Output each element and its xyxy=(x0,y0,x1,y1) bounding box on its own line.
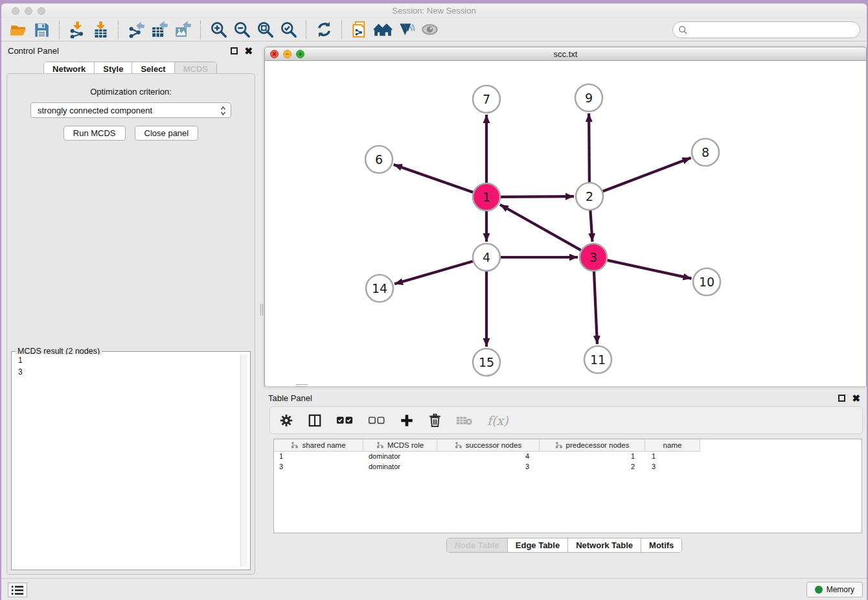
save-session-button[interactable] xyxy=(32,20,51,40)
network-close-button[interactable]: × xyxy=(270,50,279,58)
network-graph: 7968124314101511 xyxy=(266,61,866,386)
tab-network-table[interactable]: Network Table xyxy=(568,538,641,552)
run-mcds-button[interactable]: Run MCDS xyxy=(63,126,126,141)
graph-edge-4-14[interactable] xyxy=(394,261,473,284)
table-cell[interactable]: 3 xyxy=(437,462,540,472)
table-cell[interactable]: 1 xyxy=(645,452,700,462)
result-item[interactable]: 1 xyxy=(14,354,247,366)
search-input[interactable] xyxy=(691,25,860,35)
column-header-predecessor-nodes[interactable]: predecessor nodes xyxy=(540,439,645,452)
search-field[interactable] xyxy=(672,21,860,38)
graph-edge-3-11[interactable] xyxy=(594,271,597,344)
graph-node-15[interactable]: 15 xyxy=(473,349,500,376)
column-header-MCDS-role[interactable]: MCDS role xyxy=(363,439,437,452)
float-window-icon[interactable] xyxy=(231,47,238,54)
column-header-successor-nodes[interactable]: successor nodes xyxy=(437,439,540,452)
result-scrollbar[interactable] xyxy=(240,354,247,567)
toolbar-separator xyxy=(341,21,342,39)
graph-node-11[interactable]: 11 xyxy=(584,346,611,373)
horizontal-splitter[interactable] xyxy=(296,384,308,387)
split-view-button[interactable] xyxy=(308,413,322,428)
graph-node-6[interactable]: 6 xyxy=(365,146,393,173)
show-view-button[interactable] xyxy=(420,20,439,40)
criterion-dropdown[interactable]: strongly connected component xyxy=(30,102,231,118)
table-row[interactable]: 1dominator411 xyxy=(274,452,862,462)
open-network-file-button[interactable] xyxy=(350,20,369,40)
zoom-fit-button[interactable] xyxy=(255,20,275,40)
network-minimize-button[interactable]: − xyxy=(283,50,291,58)
select-all-rows-button[interactable] xyxy=(336,415,354,426)
import-network-button[interactable] xyxy=(67,20,87,40)
table-settings-button[interactable] xyxy=(279,413,293,428)
close-panel-icon[interactable]: ✖ xyxy=(244,47,253,54)
table-cell[interactable]: 3 xyxy=(645,462,700,472)
graph-edge-2-9[interactable] xyxy=(589,113,589,182)
export-image-button[interactable] xyxy=(173,20,192,40)
graph-edge-1-2[interactable] xyxy=(501,196,574,197)
main-toolbar xyxy=(1,18,867,41)
graph-edge-1-6[interactable] xyxy=(394,165,474,192)
hide-detail-button[interactable] xyxy=(396,20,416,40)
float-table-panel-icon[interactable] xyxy=(838,395,845,402)
close-table-panel-icon[interactable]: ✖ xyxy=(852,395,860,402)
deselect-all-rows-button[interactable] xyxy=(368,415,385,426)
network-maximize-button[interactable]: + xyxy=(296,50,304,58)
graph-edge-3-1[interactable] xyxy=(500,205,581,250)
graph-edge-2-8[interactable] xyxy=(603,158,691,192)
delete-columns-button[interactable] xyxy=(428,413,442,428)
mcds-result-list[interactable]: 13 xyxy=(14,354,247,567)
window-minimize-button[interactable] xyxy=(25,7,32,15)
zoom-out-button[interactable] xyxy=(232,20,251,40)
import-table-button[interactable] xyxy=(91,20,110,40)
tab-node-table[interactable]: Node Table xyxy=(447,538,508,552)
graph-node-2[interactable]: 2 xyxy=(576,183,603,210)
graph-node-14[interactable]: 14 xyxy=(366,275,393,302)
memory-button[interactable]: Memory xyxy=(806,582,863,597)
svg-text:6: 6 xyxy=(375,152,383,167)
table-cell[interactable]: 1 xyxy=(540,452,645,462)
table-cell[interactable]: 2 xyxy=(540,462,645,472)
graph-node-8[interactable]: 8 xyxy=(692,139,719,166)
export-table-button[interactable] xyxy=(150,20,169,40)
apply-layout-button[interactable] xyxy=(314,20,334,40)
mcds-tab-content: Optimization criterion: strongly connect… xyxy=(6,73,255,575)
export-network-button[interactable] xyxy=(126,20,146,40)
graph-edge-3-10[interactable] xyxy=(607,260,691,279)
table-cell[interactable]: dominator xyxy=(363,452,437,462)
home-button[interactable] xyxy=(373,20,393,40)
svg-text:3: 3 xyxy=(589,250,597,264)
tab-edge-table[interactable]: Edge Table xyxy=(508,538,568,552)
graph-node-1[interactable]: 1 xyxy=(473,183,500,211)
application-window: Session: New Session xyxy=(1,3,867,600)
zoom-in-button[interactable] xyxy=(209,20,228,40)
graph-node-4[interactable]: 4 xyxy=(473,244,500,271)
window-zoom-button[interactable] xyxy=(38,7,45,15)
table-cell[interactable]: 4 xyxy=(437,452,540,462)
graph-node-9[interactable]: 9 xyxy=(575,84,602,111)
function-builder-button[interactable]: f(x) xyxy=(487,413,508,428)
open-session-button[interactable] xyxy=(8,20,28,40)
search-icon xyxy=(678,25,688,35)
graph-edge-2-3[interactable] xyxy=(590,211,592,242)
table-cell[interactable]: 3 xyxy=(274,462,363,472)
graph-node-10[interactable]: 10 xyxy=(693,268,720,295)
table-row[interactable]: 3dominator323 xyxy=(274,462,862,472)
add-column-button[interactable] xyxy=(400,413,414,428)
column-header-shared-name[interactable]: shared name xyxy=(274,439,363,452)
task-history-button[interactable] xyxy=(8,583,27,597)
column-header-name[interactable]: name xyxy=(645,439,700,452)
network-window-titlebar[interactable]: × − + scc.txt xyxy=(265,47,866,61)
unchecked-boxes-icon xyxy=(368,415,385,426)
network-canvas[interactable]: 7968124314101511 xyxy=(266,61,866,386)
graph-node-3[interactable]: 3 xyxy=(580,244,607,271)
close-panel-button[interactable]: Close panel xyxy=(135,126,199,141)
result-item[interactable]: 3 xyxy=(14,366,247,378)
delete-table-button[interactable] xyxy=(456,415,473,426)
eye-icon xyxy=(420,21,439,38)
graph-node-7[interactable]: 7 xyxy=(473,86,500,113)
table-cell[interactable]: dominator xyxy=(363,462,437,472)
zoom-selected-button[interactable] xyxy=(279,20,298,40)
table-cell[interactable]: 1 xyxy=(274,452,363,462)
window-close-button[interactable] xyxy=(12,7,19,15)
tab-motifs[interactable]: Motifs xyxy=(641,538,681,552)
